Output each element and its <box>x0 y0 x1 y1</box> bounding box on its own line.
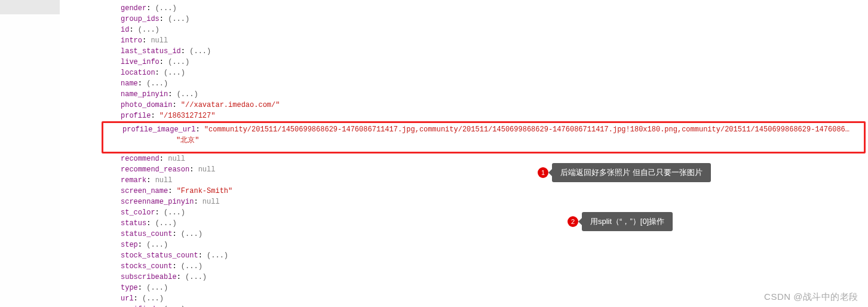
sidebar-panel <box>0 0 60 14</box>
prop-live-info[interactable]: live_info: (...) <box>60 57 868 67</box>
prop-name-pinyin[interactable]: name_pinyin: (...) <box>60 89 868 100</box>
prop-status[interactable]: status: (...) <box>60 218 868 229</box>
prop-screen-name[interactable]: screen_name: "Frank-Smith" <box>60 186 868 197</box>
prop-step[interactable]: step: (...) <box>60 240 868 250</box>
annotation-tooltip-1: 后端返回好多张照片 但自己只要一张图片 <box>552 163 711 182</box>
prop-profile[interactable]: profile: "/1863127127" <box>60 110 868 121</box>
prop-type[interactable]: type: (...) <box>60 283 868 293</box>
annotation-badge-2: 2 <box>568 216 578 227</box>
prop-screenname-pinyin[interactable]: screenname_pinyin: null <box>60 197 868 207</box>
prop-intro[interactable]: intro: null <box>60 35 868 46</box>
prop-id[interactable]: id: (...) <box>60 24 868 35</box>
prop-status-count[interactable]: status_count: (...) <box>60 229 868 240</box>
prop-verified[interactable]: verified: (...) <box>60 304 868 307</box>
prop-location[interactable]: location: (...) <box>60 67 868 78</box>
prop-recommend-reason[interactable]: recommend_reason: null <box>60 164 868 175</box>
prop-subscribeable[interactable]: subscribeable: (...) <box>60 272 868 283</box>
annotation-2: 2 用split（“，”）[0]操作 <box>568 212 673 231</box>
prop-stock-status-count[interactable]: stock_status_count: (...) <box>60 250 868 261</box>
prop-stocks-count[interactable]: stocks_count: (...) <box>60 261 868 272</box>
prop-gender[interactable]: gender: (...) <box>60 3 868 14</box>
watermark-text: CSDN @战斗中的老段 <box>764 290 858 304</box>
prop-url[interactable]: url: (...) <box>60 293 868 304</box>
annotation-badge-1: 1 <box>538 167 548 178</box>
prop-extra-string[interactable]: "北京" <box>122 135 864 146</box>
prop-photo-domain[interactable]: photo_domain: "//xavatar.imedao.com/" <box>60 100 868 110</box>
code-tree[interactable]: gender: (...) group_ids: (...) id: (...)… <box>60 0 868 307</box>
prop-name[interactable]: name: (...) <box>60 78 868 89</box>
prop-st-color[interactable]: st_color: (...) <box>60 207 868 218</box>
prop-profile-image-url[interactable]: profile_image_url: "community/201511/145… <box>122 124 864 135</box>
highlighted-property-box: profile_image_url: "community/201511/145… <box>102 121 866 154</box>
annotation-1: 1 后端返回好多张照片 但自己只要一张图片 <box>538 163 711 182</box>
prop-remark[interactable]: remark: null <box>60 175 868 186</box>
prop-recommend[interactable]: recommend: null <box>60 154 868 164</box>
prop-last-status-id[interactable]: last_status_id: (...) <box>60 46 868 57</box>
annotation-tooltip-2: 用split（“，”）[0]操作 <box>582 212 673 231</box>
prop-group-ids[interactable]: group_ids: (...) <box>60 14 868 24</box>
